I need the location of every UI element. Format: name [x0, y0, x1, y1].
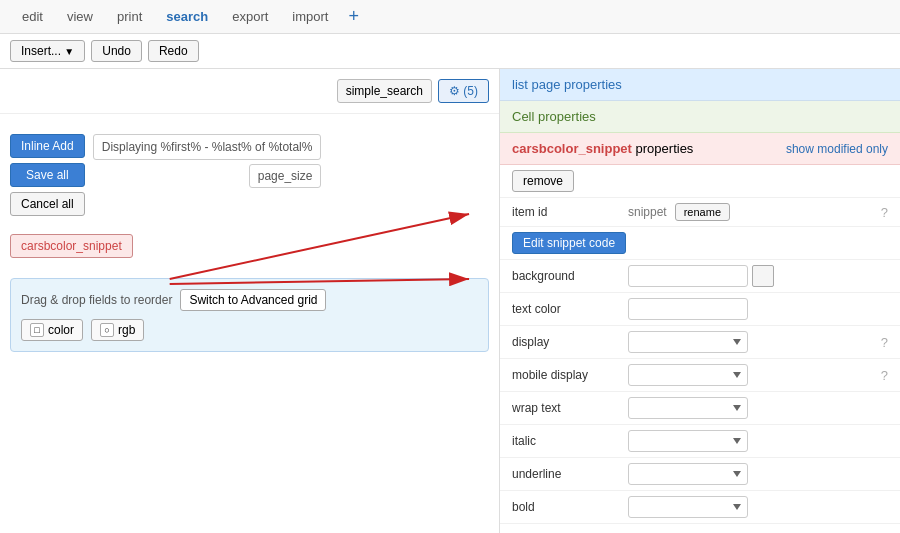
list-section-label: list page properties — [512, 77, 622, 92]
search-label: simple_search — [337, 79, 432, 103]
toolbar: Insert... ▼ Undo Redo — [0, 34, 900, 69]
snippet-subtitle: properties — [636, 141, 694, 156]
nav-export[interactable]: export — [220, 5, 280, 28]
wrap-text-select[interactable] — [628, 397, 748, 419]
item-id-value: snippet rename — [628, 203, 875, 221]
gear-button[interactable]: ⚙ (5) — [438, 79, 489, 103]
search-area: simple_search ⚙ (5) — [0, 69, 499, 114]
text-color-label: text color — [512, 302, 622, 316]
edit-snippet-row: Edit snippet code — [500, 227, 900, 260]
color-chip-icon: □ — [30, 323, 44, 337]
inline-add-button[interactable]: Inline Add — [10, 134, 85, 158]
display-text: Displaying %first% - %last% of %total% — [93, 134, 322, 160]
display-row: display ? — [500, 326, 900, 359]
drag-label: Drag & drop fields to reorder — [21, 293, 172, 307]
edit-snippet-button[interactable]: Edit snippet code — [512, 232, 626, 254]
left-panel: simple_search ⚙ (5) Inline Add Save all … — [0, 69, 500, 533]
top-nav: edit view print search export import + — [0, 0, 900, 34]
insert-arrow-icon: ▼ — [64, 46, 74, 57]
remove-row: remove — [500, 165, 900, 198]
underline-label: underline — [512, 467, 622, 481]
list-page-properties-section: list page properties — [500, 69, 900, 101]
field-chips: □ color ○ rgb — [21, 319, 478, 341]
undo-button[interactable]: Undo — [91, 40, 142, 62]
display-help-icon[interactable]: ? — [881, 335, 888, 350]
page-size-label: page_size — [249, 164, 322, 188]
drag-drop-area: Drag & drop fields to reorder Switch to … — [10, 278, 489, 352]
wrap-text-label: wrap text — [512, 401, 622, 415]
background-row: background — [500, 260, 900, 293]
mobile-display-value — [628, 364, 875, 386]
background-label: background — [512, 269, 622, 283]
mobile-display-label: mobile display — [512, 368, 622, 382]
underline-row: underline — [500, 458, 900, 491]
snippet-title: carsbcolor_snippet — [512, 141, 632, 156]
text-color-input[interactable] — [628, 298, 748, 320]
nav-search[interactable]: search — [154, 5, 220, 28]
bold-label: bold — [512, 500, 622, 514]
background-input[interactable] — [628, 265, 748, 287]
text-color-row: text color — [500, 293, 900, 326]
nav-view[interactable]: view — [55, 5, 105, 28]
nav-import[interactable]: import — [280, 5, 340, 28]
bold-select[interactable] — [628, 496, 748, 518]
display-value — [628, 331, 875, 353]
grid-top-row: Inline Add Save all Cancel all Displayin… — [10, 134, 489, 216]
mobile-display-row: mobile display ? — [500, 359, 900, 392]
right-panel: list page properties Cell properties car… — [500, 69, 900, 533]
nav-add-button[interactable]: + — [340, 4, 367, 29]
rgb-chip-icon: ○ — [100, 323, 114, 337]
italic-label: italic — [512, 434, 622, 448]
color-chip[interactable]: □ color — [21, 319, 83, 341]
underline-select[interactable] — [628, 463, 748, 485]
redo-button[interactable]: Redo — [148, 40, 199, 62]
switch-advanced-grid-button[interactable]: Switch to Advanced grid — [180, 289, 326, 311]
cell-section-label: Cell properties — [512, 109, 596, 124]
background-color-picker[interactable] — [752, 265, 774, 287]
cell-properties-section: Cell properties — [500, 101, 900, 133]
display-select[interactable] — [628, 331, 748, 353]
snippet-button[interactable]: carsbcolor_snippet — [10, 234, 133, 258]
mobile-display-select[interactable] — [628, 364, 748, 386]
bold-row: bold — [500, 491, 900, 524]
save-all-button[interactable]: Save all — [10, 163, 85, 187]
nav-edit[interactable]: edit — [10, 5, 55, 28]
drag-area-top: Drag & drop fields to reorder Switch to … — [21, 289, 478, 311]
wrap-text-value — [628, 397, 888, 419]
item-id-row: item id snippet rename ? — [500, 198, 900, 227]
italic-row: italic — [500, 425, 900, 458]
underline-value — [628, 463, 888, 485]
display-label: display — [512, 335, 622, 349]
italic-value — [628, 430, 888, 452]
mobile-display-help-icon[interactable]: ? — [881, 368, 888, 383]
wrap-text-row: wrap text — [500, 392, 900, 425]
italic-select[interactable] — [628, 430, 748, 452]
rename-button[interactable]: rename — [675, 203, 730, 221]
snippet-properties-section: carsbcolor_snippet properties show modif… — [500, 133, 900, 165]
main-layout: simple_search ⚙ (5) Inline Add Save all … — [0, 69, 900, 533]
cancel-all-button[interactable]: Cancel all — [10, 192, 85, 216]
text-color-value — [628, 298, 888, 320]
svg-line-2 — [170, 214, 469, 279]
grid-area: Inline Add Save all Cancel all Displayin… — [0, 124, 499, 268]
background-value — [628, 265, 888, 287]
grid-action-buttons: Inline Add Save all Cancel all — [10, 134, 85, 216]
insert-button[interactable]: Insert... ▼ — [10, 40, 85, 62]
snippet-section-title: carsbcolor_snippet properties — [512, 141, 693, 156]
show-modified-only-link[interactable]: show modified only — [786, 142, 888, 156]
remove-button[interactable]: remove — [512, 170, 574, 192]
rgb-chip[interactable]: ○ rgb — [91, 319, 144, 341]
snippet-text: snippet — [628, 205, 667, 219]
nav-print[interactable]: print — [105, 5, 154, 28]
item-id-help-icon[interactable]: ? — [881, 205, 888, 220]
bold-value — [628, 496, 888, 518]
color-chip-label: color — [48, 323, 74, 337]
item-id-label: item id — [512, 205, 622, 219]
rgb-chip-label: rgb — [118, 323, 135, 337]
